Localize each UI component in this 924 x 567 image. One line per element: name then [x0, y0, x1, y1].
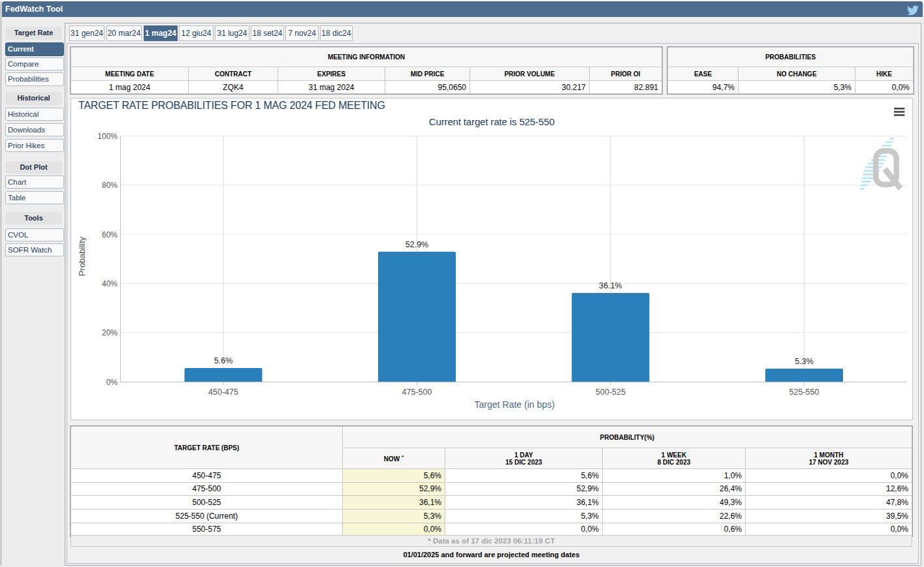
svg-text:20%: 20%	[102, 328, 118, 337]
svg-text:TARGET RATE PROBABILITIES FOR: TARGET RATE PROBABILITIES FOR 1 MAG 2024…	[78, 100, 385, 111]
svg-text:40%: 40%	[102, 279, 118, 288]
svg-text:60%: 60%	[102, 230, 118, 239]
svg-text:Target Rate (in bps): Target Rate (in bps)	[475, 399, 555, 410]
svg-text:475-500: 475-500	[402, 388, 432, 397]
svg-text:5.6%: 5.6%	[214, 356, 233, 365]
svg-text:36.1%: 36.1%	[599, 281, 622, 290]
svg-text:525-550: 525-550	[789, 388, 820, 397]
svg-text:100%: 100%	[97, 132, 118, 141]
svg-text:0%: 0%	[106, 378, 118, 387]
svg-text:Current target rate is 525-550: Current target rate is 525-550	[429, 116, 554, 127]
svg-text:Probability: Probability	[77, 236, 87, 276]
svg-text:80%: 80%	[102, 181, 118, 190]
svg-text:52.9%: 52.9%	[406, 240, 428, 249]
svg-text:500-525: 500-525	[596, 388, 626, 397]
svg-text:450-475: 450-475	[208, 388, 238, 397]
svg-text:5.3%: 5.3%	[795, 357, 814, 366]
